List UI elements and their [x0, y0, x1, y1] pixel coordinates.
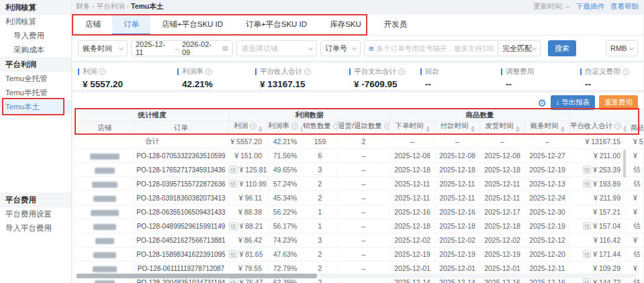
info-icon[interactable]	[304, 68, 311, 75]
match-mode-select[interactable]: 完全匹配	[498, 40, 541, 56]
date-range-input[interactable]: 2025-12-11 – 2026-02-09 ▦	[131, 40, 233, 56]
time-type-select[interactable]: 账务时间	[78, 40, 128, 56]
chevron-down-icon	[308, 45, 313, 50]
filter-bar: 账务时间 2025-12-11 – 2026-02-09 ▦ 请选择店铺 订单号…	[73, 36, 643, 56]
sidebar-item-import-fees[interactable]: 导入费用	[0, 29, 71, 43]
view-help-link[interactable]: 查看帮助	[610, 2, 639, 11]
info-icon[interactable]	[384, 123, 390, 129]
breadcrumb-platform-profit[interactable]: 平台利润	[97, 2, 125, 10]
column-label: 销售数量	[303, 121, 331, 129]
table-row[interactable]: PO-128-04521627566713881¥ 86.4274.23%3–2…	[76, 233, 644, 247]
info-icon[interactable]	[99, 68, 105, 75]
sidebar-item-temu-semi[interactable]: Temu半托管	[0, 86, 71, 100]
column-header-t3[interactable]: 发货时间	[480, 121, 525, 135]
sort-icon[interactable]	[259, 124, 263, 134]
cell-store	[76, 247, 134, 262]
store-name-redacted	[93, 266, 117, 272]
metric-value: --	[580, 79, 644, 89]
search-button[interactable]: 搜索	[548, 40, 576, 56]
table-row[interactable]: PO-128-06355106509431433¥ 88.3856.22%1–2…	[76, 205, 644, 219]
column-header-t2[interactable]: 付款时间	[435, 121, 480, 135]
download-plugin-link[interactable]: 下载插件	[576, 2, 604, 11]
cell-t4: –	[525, 135, 570, 149]
tab-order[interactable]: 订单	[112, 15, 150, 35]
breadcrumb-separator: ›	[92, 2, 95, 10]
estimate-tag: 估	[229, 278, 238, 283]
table-row[interactable]: PO-128-04899529615991149估¥ 88.2156.17%1–…	[76, 219, 644, 233]
cell-income: 估¥ 193.89	[570, 177, 627, 191]
sort-icon[interactable]	[516, 124, 520, 134]
order-number-input[interactable]	[377, 44, 494, 52]
info-icon[interactable]	[291, 123, 298, 129]
column-header-income[interactable]: 平台收入合计	[570, 121, 627, 135]
tab-inventory-sku[interactable]: 库存SKU	[318, 15, 373, 35]
cell-qty: 159	[303, 135, 338, 149]
currency-select[interactable]: RMB	[606, 40, 638, 56]
info-icon[interactable]	[205, 68, 212, 75]
column-label: 付款时间	[441, 121, 469, 129]
estimate-tag: 估	[583, 222, 592, 230]
cell-t1: 2025-12-16	[390, 205, 435, 219]
search-type-select[interactable]: 订单号	[320, 40, 361, 56]
column-header-qty[interactable]: 销售数量	[303, 121, 338, 135]
table-row[interactable]: PO-128-07053322363510599¥ 151.0071.56%6–…	[76, 149, 644, 163]
cell-profit: ¥ 96.11	[229, 191, 268, 205]
cell-margin: 42.21%	[268, 135, 303, 149]
horizontal-scrollbar-thumb[interactable]	[77, 274, 317, 278]
info-icon[interactable]	[398, 68, 405, 75]
tab-developer[interactable]: 开发员	[373, 15, 419, 35]
estimate-tag: 估	[583, 278, 592, 283]
column-header-profit[interactable]: 利润	[229, 121, 268, 135]
cell-order: PO-128-03957155722872636	[134, 177, 229, 191]
cell-margin: 56.17%	[268, 219, 303, 233]
cell-income: ¥ 211.99	[570, 191, 627, 205]
cell-order: PO-128-04899529615991149	[134, 219, 229, 233]
store-name-redacted	[93, 196, 116, 202]
cell-t4: 2025-12-27	[525, 149, 570, 163]
metric-value: ¥ 5557.20	[78, 79, 177, 89]
store-select[interactable]: 请选择店铺	[236, 40, 317, 56]
info-icon[interactable]	[614, 123, 621, 129]
column-header-t1[interactable]: 下单时间	[390, 121, 435, 135]
date-end: 2026-02-09	[182, 40, 220, 56]
cell-margin: 57.24%	[268, 177, 303, 191]
sort-icon[interactable]	[426, 124, 430, 134]
table-row[interactable]: PO-128-15898341622391095估¥ 81.6547.63%2–…	[76, 247, 644, 262]
sort-icon[interactable]	[561, 124, 565, 134]
info-icon[interactable]	[250, 123, 257, 129]
sidebar-item-import-platform-fees[interactable]: 导入平台费用	[0, 221, 71, 235]
vertical-scrollbar-thumb[interactable]	[623, 150, 626, 178]
cell-t4: 2025-12-13	[525, 177, 570, 191]
info-icon[interactable]	[333, 123, 338, 129]
sidebar-item-fee-settings[interactable]: 平台费用设置	[0, 207, 71, 221]
cell-sales: ¥ 5	[627, 135, 644, 149]
cell-order: PO-128-07053322363510599	[134, 149, 229, 163]
sidebar-item-temu-full[interactable]: Temu全托管	[0, 72, 71, 86]
column-header-t4[interactable]: 账务时间	[525, 121, 570, 135]
column-header-ret[interactable]: 退货/退款数量	[338, 121, 390, 135]
sidebar-item-temu-local[interactable]: Temu本土	[0, 100, 71, 114]
table-row[interactable]: PO-128-03918360382073413¥ 96.1145.34%2–2…	[76, 191, 644, 205]
table-row[interactable]: PO-128-03957155722872636估¥ 110.9957.24%2…	[76, 177, 644, 191]
table-row[interactable]: PO-128-17652717345913436估¥ 125.8149.65%3…	[76, 163, 644, 177]
breadcrumb-finance[interactable]: 财务	[76, 2, 90, 10]
sort-icon[interactable]	[623, 124, 627, 134]
gear-icon[interactable]: ⚙	[537, 98, 546, 108]
store-name-redacted	[90, 154, 120, 160]
metric-value: --	[501, 79, 580, 89]
info-icon[interactable]	[623, 68, 629, 75]
cell-ret: –	[338, 163, 390, 177]
breadcrumb-separator: ›	[127, 2, 130, 10]
tab-order-sku[interactable]: 订单+平台SKU ID	[234, 15, 318, 35]
sort-icon[interactable]	[471, 124, 475, 134]
sort-icon[interactable]	[300, 124, 303, 134]
tab-store-sku[interactable]: 店铺+平台SKU ID	[150, 15, 234, 35]
cell-income: ¥ 157.21	[570, 205, 627, 219]
cell-t1: 2025-12-02	[390, 233, 435, 247]
column-header-margin[interactable]: 利润率	[268, 121, 303, 135]
tab-store[interactable]: 店铺	[74, 15, 112, 35]
recalculate-fees-button[interactable]: 重算费用	[599, 95, 638, 110]
sidebar-item-purchase-cost[interactable]: 采购成本	[0, 43, 71, 57]
sidebar-item-profit-accounting[interactable]: 利润核算	[0, 15, 71, 29]
export-report-button[interactable]: ↓ 导出报表	[551, 95, 595, 110]
